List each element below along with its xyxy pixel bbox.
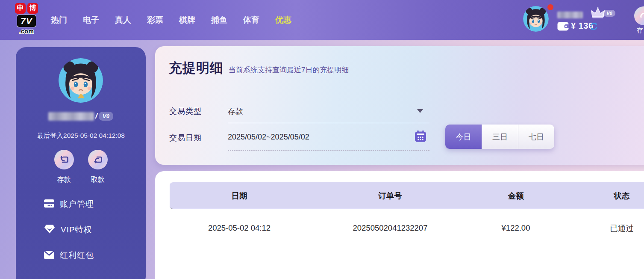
range-button-7days[interactable]: 七日 xyxy=(518,125,554,149)
range-button-today[interactable]: 今日 xyxy=(445,125,482,149)
nav-item-sports[interactable]: 体育 xyxy=(243,15,259,26)
withdraw-button[interactable]: 取款 xyxy=(88,150,108,184)
cell-amount: ¥122.00 xyxy=(471,223,560,233)
quick-actions: 存款 取款 xyxy=(16,150,146,184)
nav-item-live[interactable]: 真人 xyxy=(115,15,131,26)
deposit-label: 存款 xyxy=(57,175,71,184)
page-subtitle: 当前系统支持查询最近7日的充提明细 xyxy=(229,65,349,75)
date-range-segmented-control: 今日 三日 七日 xyxy=(445,125,554,149)
sidebar-username-row: / V0 xyxy=(16,112,146,121)
transaction-date-input[interactable]: 2025/05/02~2025/05/02 xyxy=(228,133,309,142)
floating-deposit-label: 存 xyxy=(637,27,644,35)
sidebar-item-vip[interactable]: VIP特权 xyxy=(44,225,138,235)
username-blurred xyxy=(557,12,583,18)
page: 申 博 7V .com 热门 电子 真人 彩票 棋牌 捕鱼 体育 优惠 xyxy=(0,0,644,279)
logo-main-text: 7V xyxy=(17,15,36,27)
sidebar-avatar xyxy=(59,58,103,103)
cell-date: 2025-05-02 04:12 xyxy=(170,223,309,233)
nav-item-lottery[interactable]: 彩票 xyxy=(147,15,163,26)
navbar: 申 博 7V .com 热门 电子 真人 彩票 棋牌 捕鱼 体育 优惠 xyxy=(0,0,644,40)
floating-deposit-icon xyxy=(634,6,644,25)
notification-dot xyxy=(547,4,553,10)
vip-gem-icon xyxy=(44,224,55,236)
withdraw-icon xyxy=(88,150,108,169)
last-login-text: 最后登入2025-05-02 04:12:08 xyxy=(16,131,146,140)
deposit-button[interactable]: 存款 xyxy=(54,150,74,184)
date-field-underline xyxy=(228,150,429,151)
floating-deposit-button[interactable]: 存 xyxy=(634,6,644,35)
logo-badge-2: 博 xyxy=(27,3,38,14)
nav-item-slots[interactable]: 电子 xyxy=(83,15,99,26)
logo-badge-1: 申 xyxy=(15,3,26,14)
nav-item-cards[interactable]: 棋牌 xyxy=(179,15,195,26)
account-card-icon xyxy=(44,199,54,209)
sidebar-vip-pill: V0 xyxy=(99,112,113,121)
sidebar-item-bonus-label: 红利红包 xyxy=(60,250,94,261)
filter-card: 充提明细 当前系统支持查询最近7日的充提明细 交易类型 存款 交易日期 2025… xyxy=(155,46,644,165)
sidebar-item-vip-label: VIP特权 xyxy=(61,224,92,235)
cell-status: 已通过 xyxy=(560,223,644,234)
range-button-3days[interactable]: 三日 xyxy=(482,125,518,149)
sidebar-username-blurred xyxy=(48,112,94,121)
nav-item-hot[interactable]: 热门 xyxy=(51,15,67,26)
results-card: 日期 订单号 金额 状态 2025-05-02 04:12 2025050204… xyxy=(155,171,644,279)
transaction-type-select[interactable]: 存款 xyxy=(228,106,243,116)
nav-item-fishing[interactable]: 捕鱼 xyxy=(211,15,227,26)
main-nav: 热门 电子 真人 彩票 棋牌 捕鱼 体育 优惠 xyxy=(51,0,291,40)
sidebar-item-bonus[interactable]: 红利红包 xyxy=(44,250,138,261)
header-date: 日期 xyxy=(170,190,309,201)
nav-item-promos[interactable]: 优惠 xyxy=(275,15,291,26)
page-title: 充提明细 xyxy=(169,59,223,77)
cell-order-number: 20250502041232207 xyxy=(309,223,471,233)
sidebar-item-account[interactable]: 账户管理 xyxy=(44,199,138,209)
deposit-icon xyxy=(54,150,74,169)
header-order-number: 订单号 xyxy=(309,190,471,201)
vip-pill: V0 xyxy=(603,10,615,17)
type-field-underline xyxy=(228,123,429,123)
header-amount: 金额 xyxy=(471,190,560,201)
sidebar-vip-slash: / xyxy=(95,112,97,121)
withdraw-label: 取款 xyxy=(91,175,105,184)
sidebar: / V0 最后登入2025-05-02 04:12:08 存款 xyxy=(16,47,146,279)
sidebar-item-account-label: 账户管理 xyxy=(60,199,94,210)
vip-level-badge: / V0 xyxy=(603,9,615,17)
user-avatar[interactable] xyxy=(523,6,549,32)
site-logo[interactable]: 申 博 7V .com xyxy=(12,3,41,34)
logo-suffix-text: .com xyxy=(19,28,34,34)
header-status: 状态 xyxy=(560,190,644,201)
transaction-date-label: 交易日期 xyxy=(169,133,202,143)
logo-badges: 申 博 xyxy=(15,3,38,14)
sidebar-menu: 账户管理 VIP特权 红利红包 xyxy=(44,199,138,276)
wallet-icon xyxy=(557,22,569,33)
calendar-icon[interactable] xyxy=(414,130,427,144)
table-row: 2025-05-02 04:12 20250502041232207 ¥122.… xyxy=(170,210,644,246)
red-packet-icon xyxy=(44,251,54,261)
avatar-image xyxy=(523,6,549,32)
refresh-balance-icon[interactable] xyxy=(589,22,598,31)
chevron-down-icon[interactable] xyxy=(417,109,423,113)
transaction-type-label: 交易类型 xyxy=(169,106,202,116)
page-title-row: 充提明细 当前系统支持查询最近7日的充提明细 xyxy=(169,59,349,77)
table-header: 日期 订单号 金额 状态 xyxy=(170,182,644,209)
